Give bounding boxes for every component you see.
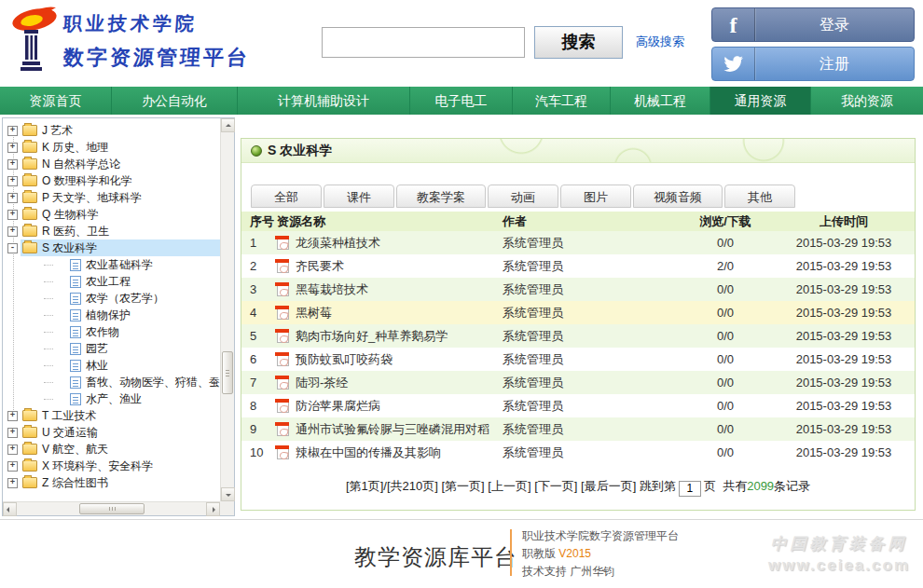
- tree-item[interactable]: + Q 生物科学: [3, 206, 220, 223]
- tree-item-label: N 自然科学总论: [42, 157, 120, 172]
- tree-item[interactable]: 园艺: [3, 340, 220, 357]
- scroll-down-arrow[interactable]: [221, 487, 235, 501]
- tree-toggle-icon[interactable]: +: [7, 478, 18, 488]
- prev-page-link[interactable]: [上一页]: [488, 479, 530, 493]
- tree-item[interactable]: 水产、渔业: [3, 390, 220, 407]
- nav-tab[interactable]: 通用资源: [710, 87, 811, 115]
- horizontal-scroll-thumb[interactable]: [79, 503, 145, 514]
- tree-item[interactable]: 植物保护: [3, 307, 220, 323]
- resource-tab[interactable]: 课件: [324, 185, 394, 208]
- nav-tab[interactable]: 办公自动化: [112, 87, 238, 115]
- tree-toggle-icon[interactable]: +: [7, 461, 18, 472]
- tree-item[interactable]: 农业基础科学: [3, 256, 220, 273]
- col-time: 上传时间: [773, 212, 915, 231]
- tree-item[interactable]: 畜牧、动物医学、狩猎、蚕、蜂: [3, 374, 220, 390]
- tree-item[interactable]: 农业工程: [3, 273, 220, 290]
- tree-toggle-icon[interactable]: +: [7, 193, 18, 203]
- resource-name-link[interactable]: 陆羽-茶经: [296, 376, 348, 390]
- resource-name-link[interactable]: 鹅肉市场向好_种草养鹅易学: [296, 329, 448, 343]
- tree-item[interactable]: + T 工业技术: [3, 407, 220, 424]
- tree-toggle-icon[interactable]: +: [7, 428, 18, 438]
- nav-tab[interactable]: 电子电工: [410, 87, 513, 115]
- search-button[interactable]: 搜索: [534, 26, 623, 59]
- pdf-file-icon: [277, 236, 289, 250]
- tree-toggle-icon[interactable]: +: [7, 126, 18, 136]
- category-tree-panel: + J 艺术 + K 历史、地理 +: [2, 117, 235, 516]
- resource-name-link[interactable]: 齐民要术: [296, 259, 344, 273]
- resource-tab[interactable]: 图片: [560, 185, 631, 208]
- tree-item[interactable]: + R 医药、卫生: [3, 223, 220, 239]
- scroll-up-arrow[interactable]: [221, 118, 235, 132]
- vertical-scroll-thumb[interactable]: [222, 351, 233, 394]
- col-author: 作者: [503, 212, 678, 231]
- tree-toggle-icon[interactable]: +: [7, 159, 18, 170]
- footer-platform-name: 教学资源库平台: [354, 542, 517, 572]
- nav-tab[interactable]: 我的资源: [811, 87, 923, 115]
- login-button[interactable]: f 登录: [711, 7, 915, 42]
- col-views: 浏览/下载: [678, 212, 773, 231]
- footer-version: V2015: [558, 547, 591, 560]
- register-button[interactable]: 注册: [711, 47, 915, 81]
- tree-item-label: P 天文学、地球科学: [42, 190, 142, 206]
- resource-name-link[interactable]: 黑树莓: [296, 306, 332, 320]
- search-input[interactable]: [322, 27, 525, 58]
- scroll-right-arrow[interactable]: [206, 502, 220, 516]
- tree-toggle-icon[interactable]: +: [7, 210, 18, 220]
- resource-tab[interactable]: 教案学案: [396, 185, 486, 208]
- tree-item[interactable]: + J 艺术: [3, 122, 220, 139]
- tree-item[interactable]: 林业: [3, 357, 220, 374]
- nav-tab[interactable]: 机械工程: [611, 87, 710, 115]
- row-number: 4: [241, 301, 275, 324]
- advanced-search-link[interactable]: 高级搜索: [636, 34, 684, 50]
- tree-toggle-icon[interactable]: +: [7, 444, 18, 455]
- resource-tab[interactable]: 视频音频: [633, 185, 723, 208]
- nav-tab[interactable]: 汽车工程: [513, 87, 611, 115]
- tree-toggle-icon[interactable]: +: [7, 143, 18, 153]
- nav-tab[interactable]: 资源首页: [0, 87, 112, 115]
- tree-toggle-icon[interactable]: +: [7, 226, 18, 237]
- tree-item[interactable]: + O 数理科学和化学: [3, 172, 220, 189]
- tree-item[interactable]: + Z 综合性图书: [3, 474, 220, 491]
- tree-horizontal-scrollbar[interactable]: [3, 501, 220, 515]
- last-page-link[interactable]: [最后一页]: [581, 479, 636, 493]
- green-orb-icon: [251, 145, 262, 157]
- tree-item[interactable]: 农作物: [3, 323, 220, 340]
- tree-toggle-icon[interactable]: -: [7, 243, 18, 253]
- tree-item[interactable]: + V 航空、航天: [3, 441, 220, 458]
- resource-name-link[interactable]: 通州市试验氟铃脲与三唑磷混用对稻: [296, 422, 489, 436]
- tree-item[interactable]: + X 环境科学、安全科学: [3, 458, 220, 474]
- folder-icon: [22, 460, 37, 472]
- login-label: 登录: [755, 8, 914, 41]
- nav-tab[interactable]: 计算机辅助设计: [238, 87, 410, 115]
- tree-item[interactable]: - S 农业科学: [3, 239, 220, 256]
- resource-name-link[interactable]: 黑莓栽培技术: [296, 282, 368, 296]
- resource-tab[interactable]: 动画: [488, 185, 558, 208]
- tree-item-label: 水产、渔业: [86, 391, 142, 407]
- resource-name-link[interactable]: 辣椒在中国的传播及其影响: [296, 445, 441, 459]
- footer-edition-label: 职教版: [522, 547, 556, 560]
- resource-tab[interactable]: 全部: [251, 185, 322, 208]
- tree-item[interactable]: + U 交通运输: [3, 424, 220, 441]
- jump-page-input[interactable]: [679, 481, 701, 497]
- tree-toggle-icon[interactable]: +: [7, 176, 18, 186]
- resource-name-cell: 预防蚊虱叮咬药袋: [275, 348, 503, 371]
- views-downloads-cell: 2/0: [678, 254, 773, 278]
- tree-item[interactable]: + K 历史、地理: [3, 139, 220, 156]
- next-page-link[interactable]: [下一页]: [534, 479, 577, 493]
- first-page-link[interactable]: [第一页]: [442, 479, 485, 493]
- tree-item-label: 农业基础科学: [86, 257, 153, 273]
- tree-item[interactable]: + N 自然科学总论: [3, 156, 220, 172]
- scroll-left-arrow[interactable]: [3, 502, 17, 516]
- page-header: 职业技术学院 数字资源管理平台 搜索 高级搜索 f 登录 注册: [0, 0, 923, 87]
- upload-time-cell: 2015-03-29 19:53: [773, 231, 915, 254]
- tree-item-label: X 环境科学、安全科学: [42, 458, 153, 474]
- resource-tab[interactable]: 其他: [724, 185, 795, 208]
- resource-name-link[interactable]: 防治苹果腐烂病: [296, 399, 380, 413]
- tree-item[interactable]: 农学（农艺学）: [3, 290, 220, 307]
- tree-vertical-scrollbar[interactable]: [220, 118, 234, 501]
- tree-toggle-icon[interactable]: +: [7, 411, 18, 421]
- tree-item[interactable]: + P 天文学、地球科学: [3, 189, 220, 206]
- upload-time-cell: 2015-03-29 19:53: [773, 254, 915, 278]
- resource-name-link[interactable]: 预防蚊虱叮咬药袋: [296, 352, 393, 366]
- resource-name-link[interactable]: 龙须菜种植技术: [296, 236, 380, 250]
